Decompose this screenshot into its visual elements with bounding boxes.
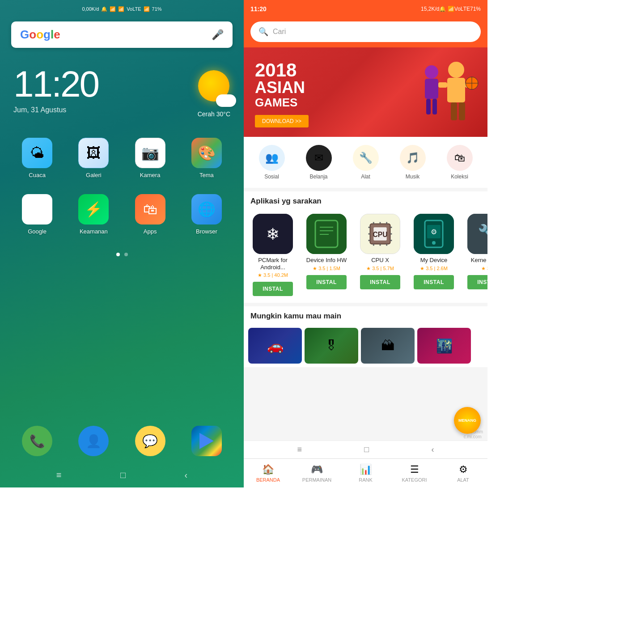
category-alat[interactable]: 🔧 Alat: [353, 145, 379, 180]
rank-icon: 📊: [360, 464, 372, 475]
cuaca-label: Cuaca: [29, 172, 46, 178]
game-car-thumb[interactable]: 🚗: [248, 328, 302, 364]
mic-icon[interactable]: 🎤: [212, 29, 224, 41]
nav-bar-right: ≡ □ ‹: [244, 441, 487, 458]
weather-icon: [198, 70, 229, 102]
cpu-rating: ★ 3.5 | 5.7M: [366, 266, 394, 271]
nav-back-right-icon[interactable]: ‹: [431, 445, 434, 454]
nav-kategori[interactable]: ☰ KATEGORI: [390, 464, 439, 483]
games-section-title: Mungkin kamu mau main: [244, 306, 487, 324]
dock-phone[interactable]: 📞: [22, 426, 52, 456]
app-row-2: Google ⚡ Keamanan 🛍 Apps 🌐 Browser: [0, 183, 244, 239]
signal-icon: 📶: [118, 6, 124, 12]
app-cuaca[interactable]: 🌤 Cuaca: [22, 138, 52, 178]
svg-rect-1: [447, 78, 465, 102]
musik-icon: 🎵: [400, 145, 426, 171]
search-input-container[interactable]: 🔍 Cari: [250, 21, 481, 42]
deviceinfo-install-button[interactable]: INSTAL: [306, 275, 347, 289]
banner-container[interactable]: 2018 ASIAN GAMES DOWNLOAD >>: [244, 47, 487, 137]
permainan-icon: 🎮: [311, 464, 323, 475]
belanja-label: Belanja: [309, 174, 327, 180]
weather-description: Cerah 30°C: [198, 110, 230, 118]
wifi-icon: 📶: [110, 6, 116, 12]
galeri-label: Galeri: [86, 172, 102, 178]
app-tema[interactable]: 🎨 Tema: [191, 138, 222, 178]
category-koleksi[interactable]: 🛍 Koleksi: [447, 145, 473, 180]
category-sosial[interactable]: 👥 Sosial: [259, 145, 285, 180]
apps-icon: 🛍: [135, 194, 165, 225]
category-row: 👥 Sosial ✉ Belanja 🔧 Alat 🎵 Musik 🛍: [244, 137, 487, 188]
svg-rect-2: [451, 102, 457, 120]
mydevice-install-button[interactable]: INSTAL: [414, 275, 454, 289]
dock-message[interactable]: 💬: [135, 426, 165, 456]
google-search-bar[interactable]: Google 🎤: [11, 21, 233, 48]
app-card-mydevice: ⚙ My Device ★ 3.5 | 2.6M INSTAL: [409, 214, 458, 296]
app-browser[interactable]: 🌐 Browser: [191, 194, 222, 235]
nav-alat[interactable]: ⚙ ALAT: [439, 464, 487, 483]
deviceinfo-rating: ★ 3.5 | 1.5M: [313, 266, 340, 271]
mydevice-name: My Device: [420, 257, 448, 264]
tema-icon: 🎨: [191, 138, 222, 168]
nav-home-icon[interactable]: □: [120, 470, 126, 480]
dock-contact[interactable]: 👤: [78, 426, 109, 456]
koleksi-icon: 🛍: [447, 145, 473, 171]
kerne-install-button[interactable]: INSTAL: [467, 275, 487, 289]
nav-bar-left: ≡ □ ‹: [0, 463, 244, 487]
nav-home-right-icon[interactable]: □: [364, 445, 369, 454]
app-keamanan[interactable]: ⚡ Keamanan: [78, 194, 109, 235]
app-apps[interactable]: 🛍 Apps: [135, 194, 165, 235]
pcmark-install-button[interactable]: INSTAL: [253, 282, 293, 296]
app-kamera[interactable]: 📷 Kamera: [135, 138, 165, 178]
alat-label: Alat: [361, 174, 370, 180]
app-card-deviceinfo: Device Info HW ★ 3.5 | 1.5M INSTAL: [302, 214, 351, 296]
category-musik[interactable]: 🎵 Musik: [400, 145, 426, 180]
galeri-icon: 🖼: [78, 138, 109, 168]
banner-download-button[interactable]: DOWNLOAD >>: [255, 115, 309, 127]
app-galeri[interactable]: 🖼 Galeri: [78, 138, 109, 178]
data-speed-right: 15,2K/d: [421, 6, 439, 12]
kerne-app-icon: 🔧: [467, 214, 487, 254]
page-dots: [0, 253, 244, 256]
rank-label: RANK: [359, 477, 373, 483]
app-card-pcmark: ❄ PCMark for Android... ★ 3.5 | 40.2M IN…: [248, 214, 297, 296]
svg-text:⚙: ⚙: [431, 228, 437, 236]
left-panel: 0,00K/d 🔔 📶 📶 VoLTE 📶 71% Google 🎤 11:20…: [0, 0, 244, 487]
svg-text:❄: ❄: [266, 225, 280, 243]
app-card-cpu: CPU CPU X ★ 3.5 | 5.7M INSTAL: [356, 214, 405, 296]
dot-inactive: [124, 253, 128, 256]
nav-menu-right-icon[interactable]: ≡: [297, 445, 302, 454]
nav-permainan[interactable]: 🎮 PERMAINAN: [292, 464, 341, 483]
google-icon: [22, 194, 52, 225]
category-belanja[interactable]: ✉ Belanja: [306, 145, 332, 180]
kamera-label: Kamera: [140, 172, 161, 178]
clock-time: 11:20: [13, 66, 98, 102]
pcmark-app-icon: ❄: [253, 214, 293, 254]
game-soldier-thumb[interactable]: 🎖: [305, 328, 358, 364]
menang-badge[interactable]: MENANG: [454, 407, 481, 434]
svg-text:🔧: 🔧: [478, 223, 488, 242]
pcmark-name: PCMark for Android...: [248, 257, 297, 271]
kategori-label: KATEGORI: [402, 477, 427, 483]
permainan-label: PERMAINAN: [302, 477, 331, 483]
games-row: 🚗 🎖 🏔 🌃: [244, 324, 487, 367]
svg-text:CPU: CPU: [373, 231, 388, 238]
svg-rect-11: [426, 99, 431, 114]
beranda-icon: 🏠: [262, 464, 274, 475]
dock-play[interactable]: [191, 426, 222, 456]
nav-beranda[interactable]: 🏠 BERANDA: [244, 464, 292, 483]
nav-rank[interactable]: 📊 RANK: [341, 464, 390, 483]
alat-nav-label: ALAT: [457, 477, 469, 483]
belanja-icon: ✉: [306, 145, 332, 171]
app-google[interactable]: Google: [22, 194, 52, 235]
bottom-nav-right: 🏠 BERANDA 🎮 PERMAINAN 📊 RANK ☰ KATEGORI …: [244, 458, 487, 487]
nav-menu-icon[interactable]: ≡: [56, 470, 62, 480]
nav-back-icon[interactable]: ‹: [185, 470, 188, 480]
pcmark-rating: ★ 3.5 | 40.2M: [258, 272, 288, 278]
play-triangle: [199, 433, 214, 449]
game-snow-thumb[interactable]: 🏔: [361, 328, 415, 364]
mydevice-app-icon: ⚙: [414, 214, 454, 254]
game-night-thumb[interactable]: 🌃: [417, 328, 471, 364]
cpu-install-button[interactable]: INSTAL: [360, 275, 400, 289]
battery-left: 71%: [152, 6, 162, 12]
tema-label: Tema: [199, 172, 214, 178]
